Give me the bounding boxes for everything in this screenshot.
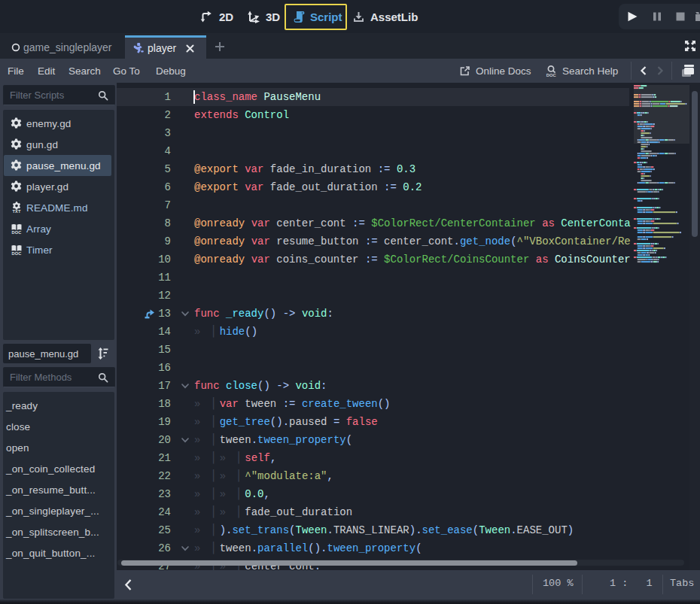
svg-text:DOC: DOC [12,230,22,235]
svg-text:DOC: DOC [12,251,22,256]
svg-text:TXT: TXT [12,209,20,214]
svg-text:DOC: DOC [546,73,557,77]
